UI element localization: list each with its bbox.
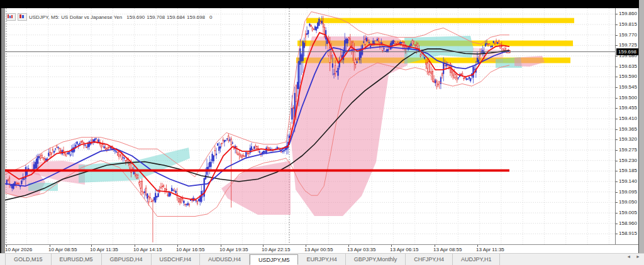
symbol-period-label: USDJPY, M5:	[29, 14, 59, 20]
time-axis[interactable]: 10 Apr 202610 Apr 08:5510 Apr 11:3510 Ap…	[5, 244, 638, 253]
mt5-chart-window: USDJPY, M5: US Dollar vs Japanese Yen 15…	[0, 0, 644, 265]
time-tick-label: 10 Apr 16:55	[176, 247, 204, 252]
price-tick-mark	[616, 108, 618, 109]
price-tick-mark	[616, 224, 618, 224]
price-tick-label: 159.230	[619, 158, 637, 163]
time-tick-label: 10 Apr 11:35	[90, 247, 118, 252]
price-tick-mark	[616, 213, 618, 214]
volume-value: 0	[209, 14, 212, 20]
price-tick-mark	[616, 129, 618, 130]
chart-tab-audjpy-h1[interactable]: AUDJPY,H1	[453, 254, 500, 265]
price-tick-label: 159.185	[619, 168, 637, 173]
price-tick-mark	[616, 192, 618, 193]
price-tick-label: 159.590	[619, 74, 637, 79]
price-tick-label: 159.410	[619, 116, 637, 121]
price-tick-label: 159.725	[619, 43, 637, 48]
candlestick-icon	[18, 13, 27, 21]
tab-scroll-right-icon[interactable]: ►	[636, 254, 640, 259]
price-tick-mark	[616, 45, 618, 46]
chart-header: USDJPY, M5: US Dollar vs Japanese Yen 15…	[6, 13, 212, 21]
chart-tab-gbpjpy-monthly[interactable]: GBPJPY,Monthly	[346, 254, 406, 265]
time-tick-label: 13 Apr 06:15	[390, 247, 418, 252]
chart-plot-area[interactable]	[5, 8, 615, 244]
price-tick-label: 159.050	[619, 200, 637, 205]
time-tick-label: 13 Apr 00:55	[304, 247, 333, 252]
window-left-border	[0, 0, 5, 253]
price-tick-label: 159.860	[619, 11, 637, 16]
price-tick-mark	[616, 234, 618, 234]
window-right-border	[638, 0, 644, 253]
price-tick-label: 159.545	[619, 85, 637, 90]
price-tick-label: 158.960	[619, 221, 637, 226]
price-tick-mark	[616, 98, 618, 99]
price-tick-mark	[616, 14, 618, 14]
time-tick-label: 10 Apr 08:55	[48, 247, 77, 252]
price-tick-mark	[616, 24, 618, 25]
price-tick-mark	[616, 181, 618, 182]
price-scale[interactable]: 159.698 159.860159.815159.770159.725159.…	[615, 8, 638, 244]
price-tick-mark	[616, 77, 618, 77]
time-tick-label: 13 Apr 03:35	[347, 247, 375, 252]
price-tick-mark	[616, 67, 618, 67]
price-tick-mark	[616, 56, 618, 57]
price-tick-label: 158.915	[619, 231, 637, 236]
chart-tab-usdjpy-m5[interactable]: USDJPY,M5	[250, 254, 298, 265]
price-tick-label: 159.500	[619, 95, 637, 100]
price-tick-label: 159.095	[619, 190, 637, 195]
price-tick-mark	[616, 119, 618, 119]
chart-tab-audusd-h4[interactable]: AUDUSD,H4	[200, 254, 250, 265]
price-tick-label: 159.275	[619, 148, 637, 153]
price-tick-mark	[616, 150, 618, 151]
ohlc-high: 159.708	[147, 14, 165, 20]
tab-scroll-arrows: ◄ ►	[626, 254, 640, 259]
time-tick-label: 10 Apr 14:15	[133, 247, 162, 252]
ohlc-low: 159.684	[167, 14, 185, 20]
horizontal-line-object	[5, 170, 509, 172]
price-tick-label: 159.455	[619, 105, 637, 111]
current-price-badge: 159.698	[616, 48, 638, 55]
chart-tab-eurusd-m5[interactable]: EURUSD,M5	[52, 254, 102, 265]
period-separator-layer	[6, 8, 289, 244]
price-tick-label: 159.815	[619, 22, 637, 27]
time-tick-label: 10 Apr 2026	[5, 247, 32, 252]
time-tick-label: 13 Apr 08:55	[433, 247, 462, 252]
price-tick-label: 159.635	[619, 64, 637, 69]
price-tick-mark	[616, 171, 618, 171]
chart-tab-bar: GOLD,M15EURUSD,M5GBPUSD,H4USDCHF,H4AUDUS…	[0, 253, 644, 265]
price-tick-label: 159.320	[619, 137, 637, 142]
price-tick-mark	[616, 139, 618, 140]
chart-tab-chfjpy-h4[interactable]: CHFJPY,H4	[406, 254, 453, 265]
price-tick-label: 159.770	[619, 33, 637, 38]
chart-tab-gbpusd-h4[interactable]: GBPUSD,H4	[102, 254, 152, 265]
price-tick-mark	[616, 202, 618, 203]
price-tick-label: 159.005	[619, 210, 637, 215]
tab-scroll-left-icon[interactable]: ◄	[626, 254, 631, 259]
window-top-border	[0, 0, 639, 8]
chart-tab-eurjpy-h4[interactable]: EURJPY,H4	[298, 254, 345, 265]
price-tick-label: 159.140	[619, 179, 637, 184]
chart-tab-gold-m15[interactable]: GOLD,M15	[5, 254, 52, 265]
price-tick-label: 159.365	[619, 127, 637, 132]
ohlc-close: 159.698	[187, 14, 205, 20]
price-tick-mark	[616, 87, 618, 88]
time-tick-label: 13 Apr 11:35	[476, 247, 504, 252]
chart-tab-usdchf-h4[interactable]: USDCHF,H4	[152, 254, 201, 265]
time-tick-label: 10 Apr 22:15	[262, 247, 290, 252]
ohlc-open: 159.690	[126, 14, 145, 20]
symbol-description: US Dollar vs Japanese Yen	[61, 14, 122, 20]
price-tick-mark	[616, 161, 618, 161]
time-tick-label: 10 Apr 19:35	[219, 247, 248, 252]
price-tick-mark	[616, 35, 618, 36]
bar-chart-icon	[6, 13, 16, 21]
